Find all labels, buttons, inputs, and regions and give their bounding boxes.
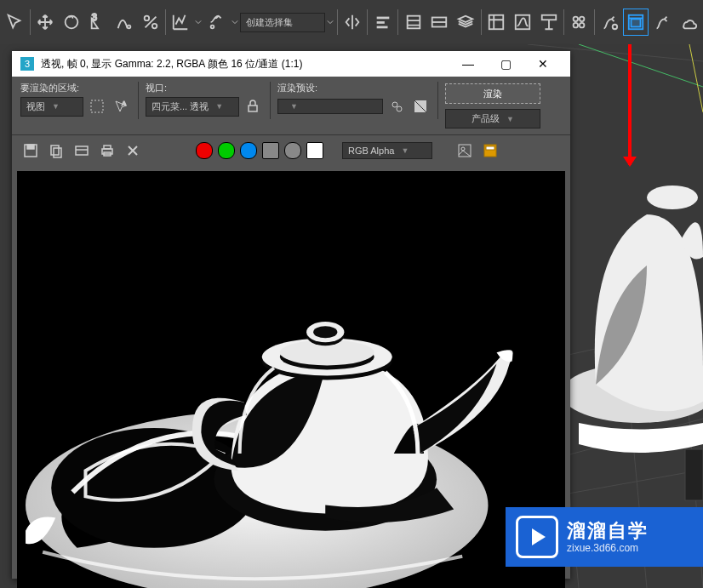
svg-rect-42 [27,145,34,149]
render-frame-window: 3 透视, 帧 0, 显示 Gamma: 2.2, RGBA 颜色 16 位/通… [12,51,570,579]
selection-set-dropdown[interactable]: 创建选择集 [240,13,325,32]
viewport-image-icon[interactable] [454,140,475,161]
layers-stack-icon[interactable] [453,9,479,36]
region-edit-icon[interactable] [87,96,107,117]
svg-rect-43 [51,146,59,155]
svg-rect-47 [104,146,111,149]
percent-icon[interactable] [137,9,163,36]
scene-explorer-icon[interactable] [483,9,510,36]
maximize-button[interactable]: ▢ [487,51,524,77]
svg-rect-37 [249,106,257,111]
svg-text:A: A [122,100,127,107]
render-cloud-icon[interactable] [675,9,701,36]
preset-label: 渲染预设: [277,82,431,94]
svg-rect-35 [91,100,103,112]
close-button[interactable]: ✕ [524,51,562,77]
green-channel-swatch[interactable] [218,142,235,159]
copy-icon[interactable] [46,140,66,161]
svg-point-12 [647,186,698,209]
scale-icon[interactable]: 3 [84,9,111,36]
watermark-title: 溜溜自学 [567,520,649,542]
layer-icon[interactable] [400,9,426,36]
clear-icon[interactable] [123,140,143,161]
main-toolbar: 3 创建选择集 [0,0,703,45]
svg-rect-34 [632,19,641,26]
svg-point-30 [574,23,579,27]
svg-point-28 [574,17,579,21]
dropdown-arrow-icon[interactable] [194,9,204,35]
alpha-channel-swatch[interactable] [262,142,279,159]
svg-rect-26 [516,15,530,30]
dropdown-arrow-icon[interactable] [325,9,335,35]
material-editor-icon[interactable] [566,9,592,36]
render-output[interactable] [17,171,565,588]
svg-rect-13 [685,449,703,500]
svg-rect-20 [376,17,389,20]
svg-text:3: 3 [92,13,97,22]
watermark: 溜溜自学 zixue.3d66.com [506,507,703,567]
output-toolbar: RGB Alpha▼ [12,135,570,166]
placement-icon[interactable] [111,9,137,36]
app-logo-icon: 3 [20,57,34,71]
play-icon [516,516,558,558]
svg-point-64 [313,326,337,338]
svg-point-18 [151,24,157,29]
schematic-icon[interactable] [535,9,562,36]
svg-point-16 [127,26,130,29]
svg-rect-52 [486,146,494,150]
rendered-frame-window-icon[interactable] [623,9,649,36]
align-icon[interactable] [369,9,396,36]
toggle-ui-icon[interactable] [480,140,500,161]
mono-channel-swatch[interactable] [284,142,301,159]
rotate-icon[interactable] [59,9,85,36]
preset-category-icon[interactable] [386,96,407,117]
lock-icon[interactable] [243,96,263,117]
viewport-label: 视口: [146,82,263,94]
render-production-icon[interactable] [649,9,675,36]
svg-point-31 [580,23,585,27]
select-icon[interactable] [2,9,28,36]
svg-rect-23 [407,16,420,29]
svg-point-38 [392,102,397,107]
svg-point-14 [66,16,78,29]
svg-rect-45 [76,146,88,155]
toggle-icon[interactable] [426,9,453,36]
white-swatch[interactable] [306,142,323,159]
viewport-dropdown[interactable]: 四元菜... 透视▼ [146,97,239,117]
svg-rect-44 [54,148,61,157]
region-dropdown[interactable]: 视图▼ [20,97,83,117]
svg-point-32 [613,25,618,30]
render-options-panel: 要渲染的区域: 视图▼ A 视口: 四元菜... 透视▼ 渲染预设: ▼ [12,77,570,135]
ref-coord-icon[interactable] [168,9,194,36]
curve-editor-icon[interactable] [509,9,535,36]
blue-channel-swatch[interactable] [240,142,257,159]
svg-rect-21 [376,21,384,24]
window-title: 透视, 帧 0, 显示 Gamma: 2.2, RGBA 颜色 16 位/通道 … [41,57,449,71]
svg-point-19 [210,26,214,29]
svg-rect-22 [376,26,387,29]
svg-point-39 [397,106,402,111]
dropdown-arrow-icon[interactable] [230,9,240,35]
channel-dropdown[interactable]: RGB Alpha▼ [342,142,432,159]
minimize-button[interactable]: — [449,51,487,77]
watermark-url: zixue.3d66.com [567,542,649,554]
save-icon[interactable] [20,140,41,161]
render-setup-icon[interactable] [597,9,623,36]
titlebar[interactable]: 3 透视, 帧 0, 显示 Gamma: 2.2, RGBA 颜色 16 位/通… [12,51,570,77]
svg-rect-25 [489,15,504,30]
svg-point-29 [580,17,585,21]
mirror-icon[interactable] [340,9,366,36]
render-button[interactable]: 渲染 [445,83,540,104]
clone-icon[interactable] [71,140,92,161]
print-icon[interactable] [97,140,117,161]
region-auto-icon[interactable]: A [111,96,131,117]
svg-point-17 [144,16,149,21]
svg-rect-27 [541,15,556,20]
production-dropdown[interactable]: 产品级▼ [445,109,540,128]
region-label: 要渲染的区域: [20,82,131,94]
environment-icon[interactable] [410,96,431,117]
move-icon[interactable] [32,9,59,36]
red-channel-swatch[interactable] [196,142,213,159]
manip-icon[interactable] [203,9,230,36]
preset-dropdown[interactable]: ▼ [277,99,383,114]
